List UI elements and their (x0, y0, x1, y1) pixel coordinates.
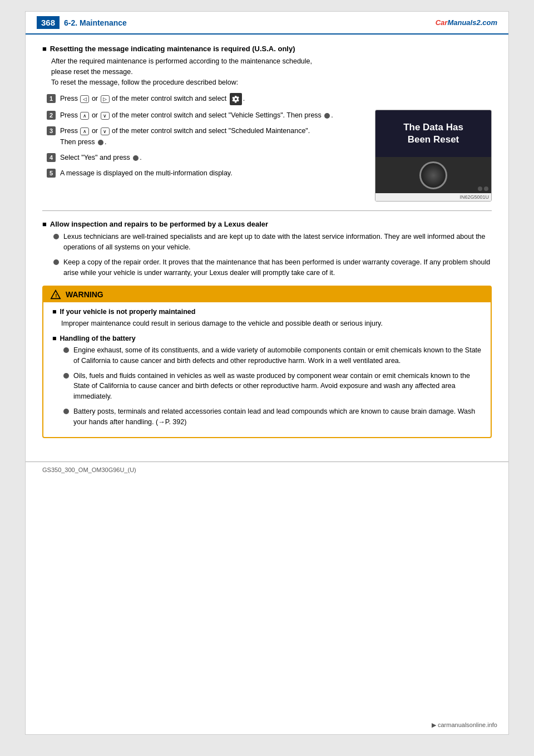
step-4-num: 4 (47, 153, 56, 162)
resetting-intro: After the required maintenance is perfor… (51, 56, 492, 87)
warning-bullet-dot-2 (63, 373, 69, 379)
page-header: 368 6-2. Maintenance CarManuals2.com (26, 12, 508, 35)
step-2-num: 2 (47, 111, 56, 120)
warning-bullet-dot-1 (63, 347, 69, 353)
step-3-then-press: Then press (60, 138, 95, 146)
display-text-line2: Been Reset (384, 134, 483, 146)
step-3-content: Press ∧ or ∨ of the meter control switch… (60, 125, 364, 148)
step-5-content: A message is displayed on the multi-info… (60, 168, 364, 179)
logo-manuals: Manuals2.com (447, 18, 497, 27)
image-caption: IN62G5001U (375, 193, 491, 201)
dot-2-icon (98, 140, 103, 145)
bullet-dot-1 (53, 234, 59, 239)
allow-bullet-1: Lexus technicians are well-trained speci… (53, 232, 492, 253)
gear-icon (230, 93, 242, 105)
warning-subsection-1-text: Improper maintenance could result in ser… (61, 318, 482, 329)
main-content: Resetting the message indicating mainten… (26, 35, 508, 456)
bullet-dot-2 (53, 259, 59, 265)
warning-label: WARNING (66, 290, 103, 299)
dot-icon (324, 113, 330, 119)
warning-box: ! WARNING If your vehicle is not properl… (42, 286, 492, 438)
down-arrow-icon: ∨ (101, 112, 110, 120)
warning-triangle-icon: ! (50, 289, 61, 300)
dot-3-icon (133, 155, 139, 161)
step-3-num: 3 (47, 126, 56, 135)
allow-bullet-2-text: Keep a copy of the repair order. It prov… (63, 257, 492, 278)
warning-bullet-2: Oils, fuels and fluids contained in vehi… (63, 371, 482, 402)
down-arrow-2-icon: ∨ (101, 127, 110, 135)
left-arrow-icon: ◁ (80, 95, 89, 103)
svg-text:!: ! (55, 292, 57, 298)
display-screen: The Data Has Been Reset (375, 110, 491, 157)
display-dashboard (375, 157, 491, 193)
step-2-content: Press ∧ or ∨ of the meter control switch… (60, 110, 364, 121)
logo-car: Car (436, 18, 448, 27)
warning-subsection-2-title: Handling of the battery (60, 335, 136, 342)
step-4: 4 Select "Yes" and press . (47, 152, 364, 163)
carmanualsonline-logo: ▶ carmanualsonline.info (432, 721, 497, 729)
page: 368 6-2. Maintenance CarManuals2.com Res… (25, 11, 509, 735)
step-2: 2 Press ∧ or ∨ of the meter control swit… (47, 110, 364, 121)
step-3: 3 Press ∧ or ∨ of the meter control swit… (47, 125, 364, 148)
warning-header: ! WARNING (43, 287, 491, 302)
warning-bullet-dot-3 (63, 409, 69, 414)
page-footer: GS350_300_OM_OM30G96U_(U) (26, 462, 508, 478)
warning-subsection-1-title: If your vehicle is not properly maintain… (60, 308, 196, 316)
step-1: 1 Press ◁ or ▷ of the meter control swit… (47, 93, 364, 105)
allow-bullet-2: Keep a copy of the repair order. It prov… (53, 257, 492, 278)
warning-subsection-2: Handling of the battery (52, 335, 482, 342)
display-image-box: The Data Has Been Reset IN62G5001U (375, 110, 492, 202)
steps-and-image-container: 1 Press ◁ or ▷ of the meter control swit… (42, 93, 492, 202)
warning-content: If your vehicle is not properly maintain… (43, 302, 491, 437)
page-number: 368 (37, 16, 60, 29)
carmanuals-logo: CarManuals2.com (436, 18, 497, 27)
resetting-section-title: Resetting the message indicating mainten… (42, 45, 492, 53)
warning-bullet-1-text: Engine exhaust, some of its constituents… (73, 345, 482, 366)
step-5: 5 A message is displayed on the multi-in… (47, 168, 364, 179)
dashboard-circle (419, 161, 447, 189)
display-text-line1: The Data Has (384, 121, 483, 134)
warning-bullet-2-text: Oils, fuels and fluids contained in vehi… (73, 371, 482, 402)
steps-column: 1 Press ◁ or ▷ of the meter control swit… (42, 93, 364, 183)
up-arrow-icon: ∧ (80, 112, 89, 120)
warning-bullet-3: Battery posts, terminals and related acc… (63, 406, 482, 428)
step-5-num: 5 (47, 169, 56, 178)
warning-bullet-1: Engine exhaust, some of its constituents… (63, 345, 482, 366)
section-title: 6-2. Maintenance (64, 18, 127, 27)
up-arrow-2-icon: ∧ (80, 127, 89, 135)
allow-bullet-1-text: Lexus technicians are well-trained speci… (63, 232, 492, 253)
warning-bullet-3-text: Battery posts, terminals and related acc… (73, 406, 482, 428)
step-4-content: Select "Yes" and press . (60, 152, 364, 163)
step-1-num: 1 (47, 94, 56, 103)
allow-section: Allow inspection and repairs to be perfo… (42, 220, 492, 278)
step-1-content: Press ◁ or ▷ of the meter control switch… (60, 93, 364, 105)
section-divider (42, 210, 492, 211)
warning-subsection-1: If your vehicle is not properly maintain… (52, 308, 482, 316)
allow-section-title: Allow inspection and repairs to be perfo… (42, 220, 492, 228)
right-arrow-icon: ▷ (101, 95, 110, 103)
footer-model: GS350_300_OM_OM30G96U_(U) (42, 467, 136, 473)
